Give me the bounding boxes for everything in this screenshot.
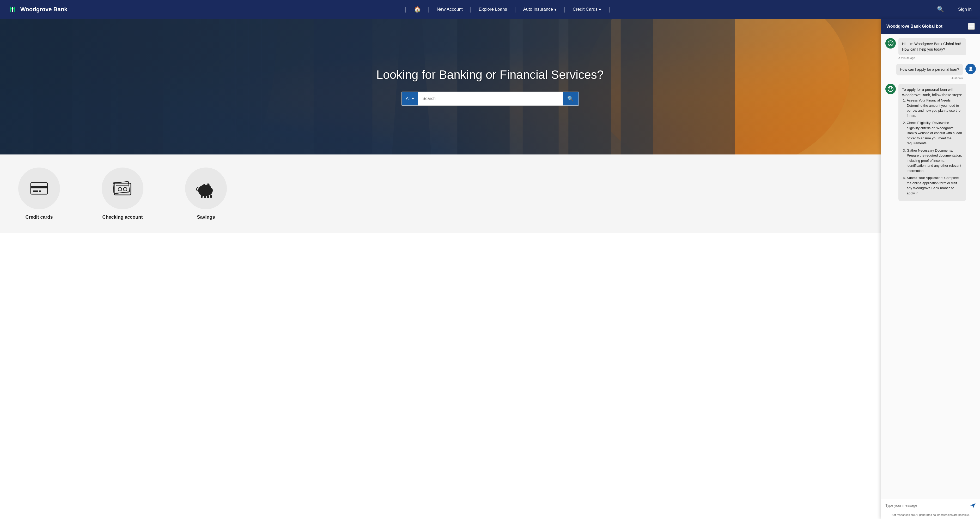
nav-home[interactable]: 🏠 (409, 6, 426, 13)
svg-rect-21 (39, 190, 41, 192)
credit-card-icon (29, 178, 49, 199)
svg-rect-35 (210, 195, 212, 198)
nav-new-account[interactable]: New Account (431, 7, 468, 12)
hero-title: Looking for Banking or Financial Service… (128, 67, 852, 82)
user-icon (968, 66, 974, 72)
user-time: Just now (951, 77, 963, 80)
nav-credit-cards[interactable]: Credit Cards ▾ (568, 7, 606, 12)
chatbot-panel: Woodgrove Bank Global bot — Hi , I'm Woo… (881, 19, 980, 233)
bot-bubble-2: To apply for a personal loan with Woodgr… (899, 84, 966, 201)
bot-message-2-row: To apply for a personal loan with Woodgr… (885, 84, 976, 201)
steps-list: Assess Your Financial Needs: Determine t… (902, 98, 963, 196)
checking-account-icon (112, 178, 133, 199)
user-bubble: How can I apply for a personal loan? (896, 64, 963, 75)
auto-insurance-chevron-icon: ▾ (554, 7, 557, 12)
svg-rect-34 (207, 196, 209, 198)
svg-rect-36 (205, 184, 207, 184)
search-bar: All ▾ 🔍 (401, 92, 579, 106)
svg-rect-42 (891, 42, 892, 42)
chatbot-header: Woodgrove Bank Global bot — (881, 19, 980, 34)
svg-rect-33 (204, 196, 206, 198)
bot-time-1: A minute ago (899, 56, 966, 59)
bot-avatar-1 (885, 38, 896, 48)
chatbot-minimize-button[interactable]: — (968, 23, 975, 30)
bot-bubble-1: Hi , I'm Woodgrove Bank Global bot! How … (899, 38, 966, 55)
user-message-row: How can I apply for a personal loan? Jus… (885, 64, 976, 80)
nav-actions: 🔍 | Sign in (937, 6, 972, 13)
logo[interactable]: Woodgrove Bank (8, 5, 67, 14)
checking-account-label: Checking account (102, 214, 143, 220)
svg-point-28 (198, 185, 213, 196)
svg-point-38 (888, 41, 893, 46)
svg-rect-41 (889, 42, 890, 42)
service-card-credit-cards[interactable]: Credit cards (10, 168, 68, 220)
step-3: Gather Necessary Documents: Prepare the … (907, 148, 963, 174)
svg-point-44 (888, 86, 893, 92)
bot-icon (888, 40, 894, 46)
checking-account-icon-wrapper (102, 168, 143, 209)
svg-rect-19 (31, 186, 48, 188)
bot-icon-2 (888, 86, 894, 92)
savings-icon-wrapper (185, 168, 227, 209)
svg-rect-40 (891, 43, 892, 43)
bot-message-2-content: To apply for a personal loan with Woodgr… (899, 84, 966, 201)
svg-rect-47 (889, 88, 890, 88)
chatbot-messages: Hi , I'm Woodgrove Bank Global bot! How … (881, 34, 980, 233)
credit-cards-chevron-icon: ▾ (599, 7, 601, 12)
step-1: Assess Your Financial Needs: Determine t… (907, 98, 963, 118)
nav-auto-insurance[interactable]: Auto Insurance ▾ (518, 7, 562, 12)
search-category-dropdown[interactable]: All ▾ (402, 92, 418, 105)
hero-section: Looking for Banking or Financial Service… (0, 19, 980, 155)
svg-rect-48 (891, 88, 892, 88)
bot-message-1-row: Hi , I'm Woodgrove Bank Global bot! How … (885, 38, 976, 59)
logo-text: Woodgrove Bank (20, 6, 67, 13)
svg-rect-20 (33, 190, 38, 192)
nav-explore-loans[interactable]: Explore Loans (473, 7, 512, 12)
svg-rect-46 (891, 88, 892, 89)
chatbot-title: Woodgrove Bank Global bot (886, 24, 942, 29)
svg-point-25 (123, 187, 127, 191)
navbar: Woodgrove Bank | 🏠 | New Account | Explo… (0, 0, 980, 19)
search-button[interactable]: 🔍 (563, 92, 579, 105)
svg-rect-39 (889, 43, 890, 43)
search-icon[interactable]: 🔍 (937, 6, 944, 13)
bot-avatar-2 (885, 84, 896, 94)
service-card-savings[interactable]: Savings (177, 168, 235, 220)
search-input[interactable] (418, 92, 563, 105)
home-icon: 🏠 (414, 6, 421, 13)
sign-in-link[interactable]: Sign in (958, 7, 972, 12)
search-submit-icon: 🔍 (567, 96, 574, 102)
credit-cards-icon-wrapper (18, 168, 60, 209)
services-section: Credit cards Checking account (0, 155, 980, 233)
savings-piggy-bank-icon (196, 178, 216, 199)
step-2: Check Eligibility: Review the eligibilit… (907, 120, 963, 146)
logo-icon (8, 5, 18, 14)
savings-label: Savings (197, 214, 215, 220)
svg-point-37 (211, 187, 212, 188)
svg-rect-32 (201, 195, 202, 198)
user-message-content: How can I apply for a personal loan? Jus… (896, 64, 963, 80)
svg-rect-45 (889, 88, 890, 89)
svg-rect-1 (12, 7, 13, 12)
bot-message-1-content: Hi , I'm Woodgrove Bank Global bot! How … (899, 38, 966, 59)
svg-point-43 (969, 67, 972, 69)
nav-links: | 🏠 | New Account | Explore Loans | Auto… (78, 6, 937, 13)
svg-point-24 (118, 187, 122, 191)
service-card-checking-account[interactable]: Checking account (94, 168, 151, 220)
hero-content: Looking for Banking or Financial Service… (123, 67, 858, 105)
step-4: Submit Your Application: Complete the on… (907, 176, 963, 196)
user-avatar (966, 64, 976, 74)
dropdown-arrow-icon: ▾ (412, 96, 414, 101)
credit-cards-label: Credit cards (25, 214, 52, 220)
